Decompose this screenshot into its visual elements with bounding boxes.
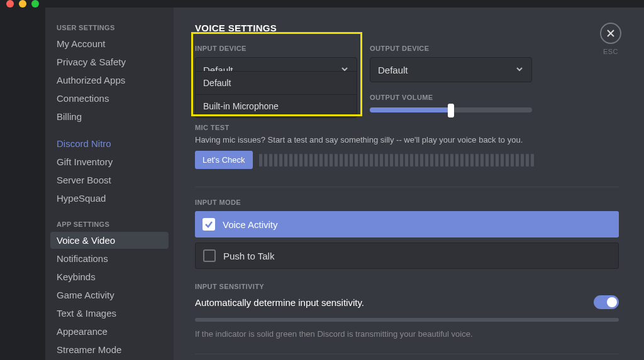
input-mode-push-to-talk[interactable]: Push to Talk — [195, 243, 619, 269]
input-mode-label: INPUT MODE — [195, 199, 619, 206]
input-sensitivity-label: INPUT SENSITIVITY — [195, 283, 619, 290]
output-volume-thumb[interactable] — [448, 104, 454, 117]
close-window-icon[interactable] — [6, 0, 14, 8]
mic-test-label: MIC TEST — [195, 124, 619, 131]
output-volume-slider[interactable] — [370, 107, 532, 112]
sidebar-item-game-activity[interactable]: Game Activity — [50, 286, 169, 303]
sidebar-item-streamer-mode[interactable]: Streamer Mode — [50, 341, 169, 358]
output-volume-fill — [370, 107, 451, 112]
mic-test-desc: Having mic issues? Start a test and say … — [195, 135, 619, 145]
window-titlebar — [0, 0, 644, 8]
divider — [195, 354, 619, 354]
divider — [195, 187, 619, 187]
left-gutter — [0, 8, 45, 360]
lets-check-button[interactable]: Let's Check — [195, 151, 253, 169]
sidebar-item-discord-nitro[interactable]: Discord Nitro — [50, 135, 169, 152]
sidebar-item-privacy-safety[interactable]: Privacy & Safety — [50, 53, 169, 70]
input-device-dropdown: Default Built-in Microphone — [195, 71, 357, 118]
voice-activity-label: Voice Activity — [223, 219, 278, 230]
minimize-window-icon[interactable] — [19, 0, 26, 8]
close-area: ESC — [600, 23, 621, 55]
maximize-window-icon[interactable] — [31, 0, 39, 8]
auto-sensitivity-label: Automatically determine input sensitivit… — [195, 297, 364, 308]
input-device-option-default[interactable]: Default — [196, 72, 357, 95]
close-icon — [606, 29, 615, 38]
sidebar-item-billing[interactable]: Billing — [50, 108, 169, 125]
page-title: VOICE SETTINGS — [195, 23, 619, 33]
app-settings-heading: APP SETTINGS — [50, 217, 169, 232]
checkbox-checked-icon — [203, 218, 215, 231]
input-device-label: INPUT DEVICE — [195, 45, 357, 52]
input-mode-voice-activity[interactable]: Voice Activity — [195, 211, 619, 237]
sidebar-item-server-boost[interactable]: Server Boost — [50, 172, 169, 188]
sidebar-item-my-account[interactable]: My Account — [50, 35, 169, 52]
user-settings-heading: USER SETTINGS — [50, 20, 169, 35]
close-button[interactable] — [600, 23, 621, 44]
checkbox-unchecked-icon — [203, 249, 216, 262]
push-to-talk-label: Push to Talk — [223, 251, 274, 261]
toggle-knob — [607, 297, 617, 307]
settings-sidebar: USER SETTINGS My Account Privacy & Safet… — [45, 8, 174, 360]
input-device-section: INPUT DEVICE Default Default Built-in Mi… — [195, 45, 357, 82]
output-device-label: OUTPUT DEVICE — [370, 45, 532, 52]
sidebar-item-appearance[interactable]: Appearance — [50, 323, 169, 340]
output-volume-label: OUTPUT VOLUME — [370, 94, 532, 101]
sensitivity-meter — [195, 318, 619, 322]
sidebar-item-text-images[interactable]: Text & Images — [50, 305, 169, 322]
esc-label: ESC — [600, 48, 621, 55]
output-device-select[interactable]: Default — [370, 57, 532, 82]
output-volume-section: OUTPUT VOLUME — [370, 94, 532, 115]
output-device-value: Default — [378, 65, 408, 75]
mic-level-meter — [259, 154, 619, 166]
chevron-down-icon — [515, 65, 524, 75]
output-device-section: OUTPUT DEVICE Default — [370, 45, 532, 82]
sidebar-item-connections[interactable]: Connections — [50, 90, 169, 107]
settings-content: ESC VOICE SETTINGS INPUT DEVICE Default … — [174, 8, 644, 360]
sidebar-item-keybinds[interactable]: Keybinds — [50, 268, 169, 285]
sidebar-item-gift-inventory[interactable]: Gift Inventory — [50, 153, 169, 170]
sidebar-item-notifications[interactable]: Notifications — [50, 250, 169, 267]
sidebar-item-authorized-apps[interactable]: Authorized Apps — [50, 72, 169, 89]
sidebar-item-hypesquad[interactable]: HypeSquad — [50, 190, 169, 207]
sensitivity-desc: If the indicator is solid green then Dis… — [195, 329, 619, 339]
auto-sensitivity-toggle[interactable] — [594, 295, 619, 309]
sidebar-item-voice-video[interactable]: Voice & Video — [50, 232, 169, 249]
input-device-option-builtin-mic[interactable]: Built-in Microphone — [196, 95, 357, 117]
